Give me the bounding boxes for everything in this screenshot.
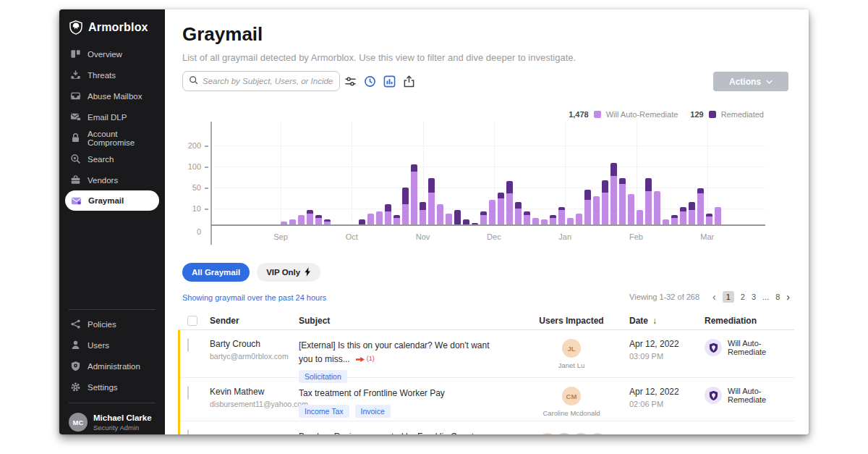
chart-bar[interactable] [367, 214, 374, 224]
chart-bar[interactable] [463, 219, 469, 224]
chart-bar[interactable] [706, 214, 712, 224]
chart-bar[interactable] [402, 188, 409, 224]
chart-bar[interactable] [680, 207, 686, 224]
tag-chip[interactable]: Income Tax [299, 405, 349, 418]
chart-bar[interactable] [663, 219, 669, 224]
chart-bar[interactable] [428, 178, 435, 224]
chart-bar[interactable] [289, 219, 296, 224]
next-page-button[interactable]: › [786, 292, 790, 302]
chart-bar[interactable] [298, 215, 305, 224]
chart-bar[interactable] [281, 222, 287, 224]
chart-bar[interactable] [602, 180, 608, 225]
chart-bar[interactable] [454, 210, 461, 224]
chart-bar[interactable] [619, 178, 626, 224]
chart-bar[interactable] [593, 196, 600, 224]
remediated-segment [385, 204, 391, 212]
search-input[interactable] [203, 77, 333, 85]
chart-bar[interactable] [498, 193, 504, 225]
chart-bar[interactable] [654, 191, 660, 224]
chart-bar[interactable] [697, 188, 704, 224]
chart-bar[interactable] [541, 219, 548, 224]
chart-bar[interactable] [671, 215, 678, 224]
sidebar-item-administration[interactable]: Administration [59, 356, 165, 377]
chart-bar[interactable] [576, 214, 582, 224]
row-checkbox[interactable] [187, 338, 189, 352]
sidebar-item-vendors[interactable]: Vendors [59, 169, 165, 190]
chart-bar[interactable] [446, 214, 452, 224]
sidebar-item-account-compromise[interactable]: Account Compromise [59, 127, 165, 148]
chart-bar[interactable] [524, 211, 530, 224]
chart-bar[interactable] [472, 223, 478, 224]
tag-chip[interactable]: Invoice [355, 405, 391, 418]
filter-chip-vip-only[interactable]: VIP Only [257, 263, 320, 282]
time-range-clock-icon[interactable] [364, 75, 376, 88]
brand-logo[interactable]: Armorblox [59, 9, 165, 35]
sidebar-item-email-dlp[interactable]: Email DLP [59, 106, 165, 127]
chart-bar[interactable] [550, 215, 556, 224]
avatar [555, 433, 574, 434]
chart-bar[interactable] [689, 202, 695, 224]
row-checkbox[interactable] [187, 386, 189, 400]
chart-bar[interactable] [324, 219, 331, 224]
chart-bar[interactable] [567, 218, 574, 224]
sidebar-item-threats[interactable]: Threats [59, 64, 165, 85]
chart-bar[interactable] [584, 190, 591, 224]
chart-bar[interactable] [393, 215, 400, 224]
sidebar-item-users[interactable]: Users [59, 335, 165, 356]
chart-bar[interactable] [480, 211, 487, 224]
filter-chip-all-graymail[interactable]: All Graymail [182, 263, 250, 282]
chart-bar[interactable] [437, 204, 443, 225]
chart-bar[interactable] [385, 204, 391, 224]
sidebar-item-search[interactable]: Search [59, 148, 165, 169]
subject-text[interactable]: Tax treatment of Frontline Worker Pay [299, 387, 514, 400]
chart-bar[interactable] [515, 202, 522, 224]
subject-text[interactable]: [External] Is this on your calendar? We … [299, 339, 514, 366]
subject-text[interactable]: Bourbon Review presented by Franklin Cou… [299, 430, 514, 434]
page-8[interactable]: 8 [775, 293, 780, 301]
sidebar-item-graymail[interactable]: Graymail [65, 190, 159, 211]
actions-button[interactable]: Actions [713, 72, 788, 91]
chart-bar[interactable] [637, 210, 643, 224]
table-row[interactable]: Bourbon Review presented by Franklin Cou… [178, 421, 794, 434]
table-row[interactable]: Barty Crouchbartyc@arm0rblox.com[Externa… [178, 330, 794, 378]
avatar: CM [562, 387, 581, 405]
chart-bar[interactable] [376, 211, 383, 224]
row-checkbox[interactable] [187, 429, 189, 434]
sidebar-item-overview[interactable]: Overview [59, 43, 165, 64]
chart-bar[interactable] [715, 207, 721, 224]
table-row[interactable]: Kevin Mathewdisbursement11@yahoo.comTax … [178, 378, 794, 421]
chart-bar[interactable] [307, 210, 313, 224]
page-2[interactable]: 2 [741, 293, 745, 301]
chart-bar[interactable] [411, 164, 417, 224]
export-share-icon[interactable] [403, 75, 415, 88]
chart-bar[interactable] [558, 207, 565, 224]
showing-timeframe-link[interactable]: Showing graymail over the past 24 hours [182, 293, 326, 302]
chart-bar[interactable] [315, 215, 322, 224]
sidebar-item-settings[interactable]: Settings [59, 377, 165, 398]
policies-icon [70, 319, 81, 329]
chart-bar[interactable] [359, 219, 365, 224]
sidebar-item-abuse-mailbox[interactable]: Abuse Mailbox [59, 85, 165, 106]
settings-icon [70, 382, 81, 392]
filter-sliders-icon[interactable] [344, 75, 357, 88]
chart-bar[interactable] [489, 200, 495, 224]
chart-bar[interactable] [532, 218, 539, 224]
auto-remediate-segment [567, 218, 574, 224]
select-all-checkbox[interactable] [187, 316, 197, 326]
chart-bar[interactable] [628, 194, 634, 224]
remediated-segment [619, 178, 626, 184]
prev-page-button[interactable]: ‹ [712, 292, 716, 302]
sidebar-item-policies[interactable]: Policies [59, 314, 165, 335]
user-profile[interactable]: MC Michael Clarke Security Admin [69, 413, 152, 432]
chart-bar[interactable] [610, 163, 617, 224]
chart-bar[interactable] [420, 202, 426, 224]
col-date-sort[interactable]: Date↓ [629, 316, 705, 326]
chart-view-icon[interactable] [383, 75, 396, 88]
auto-remediate-segment [307, 214, 313, 224]
page-3[interactable]: 3 [752, 293, 756, 301]
row-date: Apr 12, 2022 [629, 387, 705, 397]
impacted-user-name: Janet Lu [558, 361, 584, 369]
page-current[interactable]: 1 [723, 291, 734, 303]
chart-bar[interactable] [506, 181, 513, 224]
chart-bar[interactable] [645, 178, 652, 224]
